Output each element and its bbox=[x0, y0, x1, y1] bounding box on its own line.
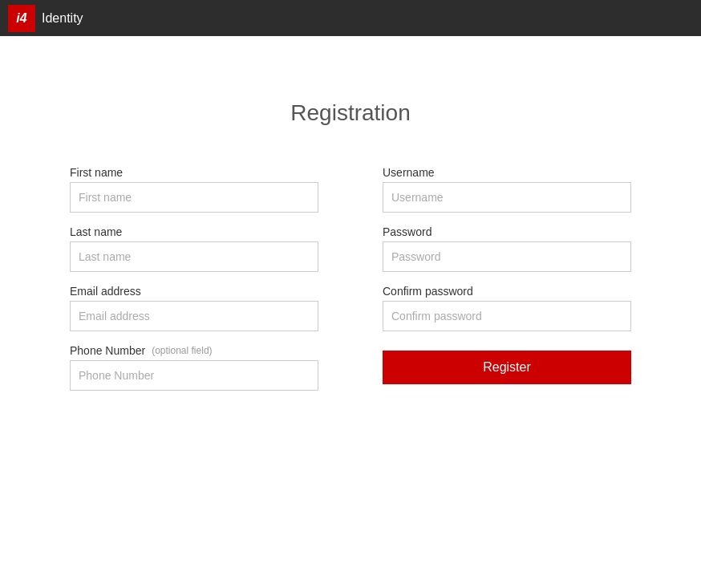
confirm-password-field-group: Confirm password bbox=[383, 285, 631, 331]
logo-icon: i4 bbox=[8, 5, 35, 32]
first-name-input[interactable] bbox=[70, 182, 318, 213]
password-field-group: Password bbox=[383, 225, 631, 272]
phone-input[interactable] bbox=[70, 360, 318, 391]
navbar-title: Identity bbox=[42, 11, 83, 26]
email-label: Email address bbox=[70, 285, 318, 298]
phone-field-group: Phone Number (optional field) bbox=[70, 344, 318, 391]
phone-optional-label: (optional field) bbox=[152, 345, 212, 356]
navbar: i4 Identity bbox=[0, 0, 701, 36]
main-content: Registration First name Last name Email … bbox=[0, 36, 701, 391]
first-name-label: First name bbox=[70, 166, 318, 179]
first-name-field-group: First name bbox=[70, 166, 318, 213]
phone-label: Phone Number bbox=[70, 344, 145, 357]
confirm-password-input[interactable] bbox=[383, 301, 631, 331]
registration-form: First name Last name Email address Phone… bbox=[70, 166, 631, 391]
confirm-password-label: Confirm password bbox=[383, 285, 631, 298]
last-name-label: Last name bbox=[70, 225, 318, 238]
form-right-column: Username Password Confirm password Regis… bbox=[383, 166, 631, 391]
last-name-input[interactable] bbox=[70, 241, 318, 272]
password-label: Password bbox=[383, 225, 631, 238]
phone-label-row: Phone Number (optional field) bbox=[70, 344, 318, 357]
email-field-group: Email address bbox=[70, 285, 318, 331]
navbar-logo: i4 Identity bbox=[8, 5, 83, 32]
form-left-column: First name Last name Email address Phone… bbox=[70, 166, 318, 391]
password-input[interactable] bbox=[383, 241, 631, 272]
email-input[interactable] bbox=[70, 301, 318, 331]
username-input[interactable] bbox=[383, 182, 631, 213]
last-name-field-group: Last name bbox=[70, 225, 318, 272]
page-title: Registration bbox=[290, 100, 410, 126]
username-label: Username bbox=[383, 166, 631, 179]
register-button[interactable]: Register bbox=[383, 351, 631, 384]
username-field-group: Username bbox=[383, 166, 631, 213]
